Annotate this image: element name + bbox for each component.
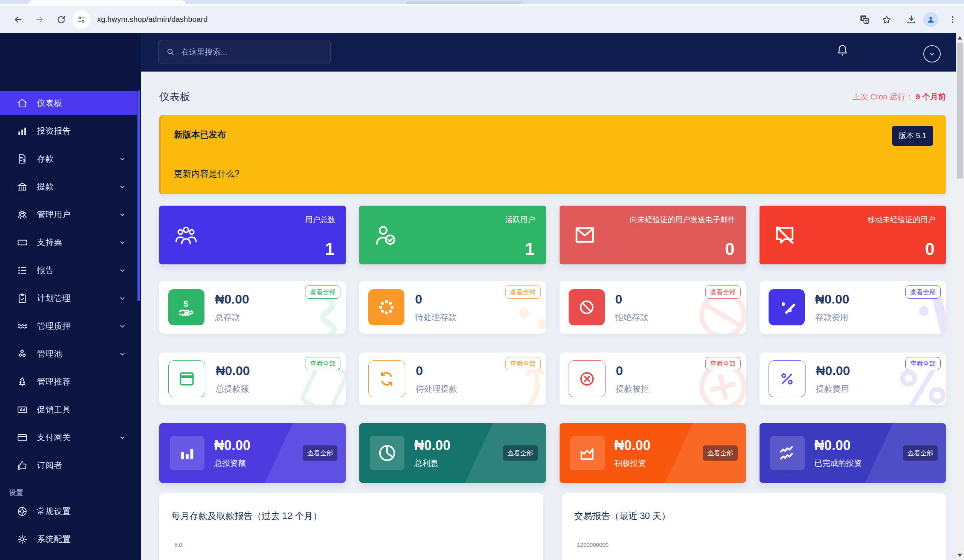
site-info-button[interactable] — [72, 11, 90, 29]
stat-card-mobile-unverified[interactable]: 移动未经验证的用户 0 — [759, 206, 946, 264]
view-all-badge[interactable]: 查看全部 — [505, 285, 541, 299]
browser-toolbar: xg.hwym.shop/admin/dashboard G文 — [0, 6, 964, 33]
stat-card-completed-invest: ₦0.00已完成的投资 查看全部 — [759, 423, 946, 483]
view-all-badge[interactable]: 查看全部 — [503, 446, 538, 461]
sidebar-item-label: 提款 — [37, 181, 119, 192]
svg-text:$: $ — [23, 158, 26, 163]
view-all-badge[interactable]: 查看全部 — [703, 446, 738, 461]
y-axis-tick: 5.0 — [174, 542, 182, 548]
sidebar-item-investment-report[interactable]: 投资报告 — [0, 119, 137, 143]
sidebar-item-withdrawals[interactable]: 提款 — [0, 175, 137, 199]
view-all-badge[interactable]: 查看全部 — [305, 357, 340, 370]
sidebar-item-general-settings[interactable]: 常规设置 — [0, 499, 137, 524]
view-all-badge[interactable]: 查看全部 — [905, 357, 941, 370]
sidebar-item-dashboard[interactable]: 仪表板 — [0, 91, 137, 115]
cron-status: 上次 Cron 运行：9 个月前 — [852, 91, 946, 102]
sidebar-item-deposits[interactable]: $ 存款 — [0, 147, 137, 171]
view-all-badge[interactable]: 查看全部 — [705, 285, 741, 299]
sidebar-item-label: 报告 — [37, 265, 119, 276]
bank-icon — [16, 181, 28, 192]
translate-button[interactable]: G文 — [856, 11, 873, 28]
chevron-down-icon — [119, 183, 126, 190]
scroll-up-arrow[interactable] — [957, 36, 962, 39]
bookmark-button[interactable] — [878, 11, 895, 28]
list-icon — [16, 265, 28, 276]
sidebar-item-promotion-tools[interactable]: Ad 促销工具 — [0, 398, 137, 422]
sidebar-item-label: 订阅者 — [37, 460, 126, 471]
sidebar-item-plan-management[interactable]: 计划管理 — [0, 286, 137, 310]
sidebar-item-manage-staking[interactable]: 管理质押 — [0, 314, 137, 338]
chart-bars-icon — [170, 436, 205, 470]
forward-button[interactable] — [31, 11, 48, 28]
user-check-icon — [373, 223, 398, 247]
sidebar-scrollbar-thumb[interactable] — [137, 90, 140, 301]
y-axis-tick: 1200000000 — [577, 542, 609, 548]
sidebar-item-label: 计划管理 — [37, 293, 119, 304]
deposit-withdraw-chart-card: 每月存款及取款报告（过去 12 个月） 5.0 — [159, 493, 543, 560]
dollar-hand-icon: $ — [168, 289, 205, 326]
thumbs-up-icon — [16, 460, 28, 471]
sidebar-item-label: 仪表板 — [37, 98, 126, 109]
ad-icon: Ad — [16, 404, 28, 415]
sidebar-item-label: 管理质押 — [37, 321, 119, 332]
app-topbar — [141, 33, 956, 72]
gear-icon — [16, 534, 28, 545]
svg-text:Ad: Ad — [20, 407, 25, 412]
chart-title: 交易报告（最近 30 天） — [562, 493, 946, 522]
page-scrollbar[interactable] — [956, 33, 964, 560]
sidebar-item-system-configuration[interactable]: 系统配置 — [0, 527, 137, 551]
stat-label: 用户总数 — [305, 215, 335, 225]
scrollbar-thumb[interactable] — [957, 43, 963, 179]
search-box[interactable] — [158, 40, 331, 64]
active-tab[interactable] — [29, 0, 185, 4]
view-all-badge[interactable]: 查看全部 — [905, 285, 941, 299]
stat-value: ₦0.00 — [215, 292, 249, 306]
notification-button[interactable] — [836, 44, 849, 58]
bar-chart-icon — [16, 125, 28, 137]
stat-value: ₦0.00 — [814, 438, 862, 453]
charts-row: 每月存款及取款报告（过去 12 个月） 5.0 交易报告（最近 30 天） 12… — [159, 493, 946, 560]
stat-card-pending-withdrawal: 查看全部 0待处理提款 — [359, 353, 546, 405]
sidebar-item-manage-referrals[interactable]: 管理推荐 — [0, 370, 137, 394]
stat-card-email-unverified[interactable]: 向未经验证的用户发送电子邮件 0 — [560, 206, 746, 264]
browser-menu-button[interactable] — [944, 11, 961, 28]
account-menu-button[interactable] — [923, 45, 941, 62]
profile-avatar[interactable] — [923, 12, 938, 27]
search-input[interactable] — [181, 47, 310, 57]
view-all-badge[interactable]: 查看全部 — [305, 285, 340, 299]
back-button[interactable] — [10, 11, 26, 28]
download-button[interactable] — [903, 11, 920, 28]
bell-icon — [836, 44, 849, 58]
sidebar-item-label: 系统配置 — [37, 534, 126, 545]
sidebar-item-label: 管理用户 — [37, 209, 119, 220]
view-all-badge[interactable]: 查看全部 — [303, 446, 337, 461]
stat-label: 总利息 — [414, 458, 450, 469]
sidebar-item-label: 促销工具 — [37, 404, 126, 415]
view-all-badge[interactable]: 查看全部 — [705, 357, 741, 370]
sidebar-item-payment-gateways[interactable]: 支付网关 — [0, 426, 137, 450]
zigzag-icon — [770, 436, 805, 470]
stat-card-total-users[interactable]: 用户总数 1 — [159, 206, 346, 264]
view-all-badge[interactable]: 查看全部 — [903, 446, 938, 461]
reload-button[interactable] — [53, 11, 69, 28]
inactive-tab[interactable] — [406, 1, 523, 4]
stat-value: ₦0.00 — [816, 363, 850, 378]
spinner-icon — [368, 289, 404, 326]
chevron-down-icon — [119, 434, 126, 441]
view-all-badge[interactable]: 查看全部 — [505, 357, 541, 370]
banner-question-link[interactable]: 更新内容是什么? — [174, 168, 933, 180]
sidebar-item-manage-users[interactable]: 管理用户 — [0, 203, 137, 227]
waves-icon — [16, 321, 28, 332]
sidebar-item-reports[interactable]: 报告 — [0, 258, 137, 282]
users-group-icon — [173, 223, 199, 247]
sidebar-item-support-tickets[interactable]: 支持票 — [0, 231, 137, 255]
sidebar-item-manage-pools[interactable]: 管理池 — [0, 342, 137, 366]
url-text[interactable]: xg.hwym.shop/admin/dashboard — [97, 15, 208, 24]
white-stats-row-1: 查看全部 $ ₦0.00总存款 查看全部 0待处理存款 查看全部 — [159, 281, 946, 334]
stat-value: 1 — [525, 239, 535, 259]
sidebar-item-subscribers[interactable]: 订阅者 — [0, 453, 137, 477]
sidebar: 仪表板 投资报告 $ 存款 提款 管理用户 — [0, 33, 141, 560]
sidebar-item-label: 存款 — [37, 153, 119, 164]
stat-card-active-users[interactable]: 活跃用户 1 — [359, 206, 546, 264]
scroll-down-arrow[interactable] — [957, 553, 962, 557]
